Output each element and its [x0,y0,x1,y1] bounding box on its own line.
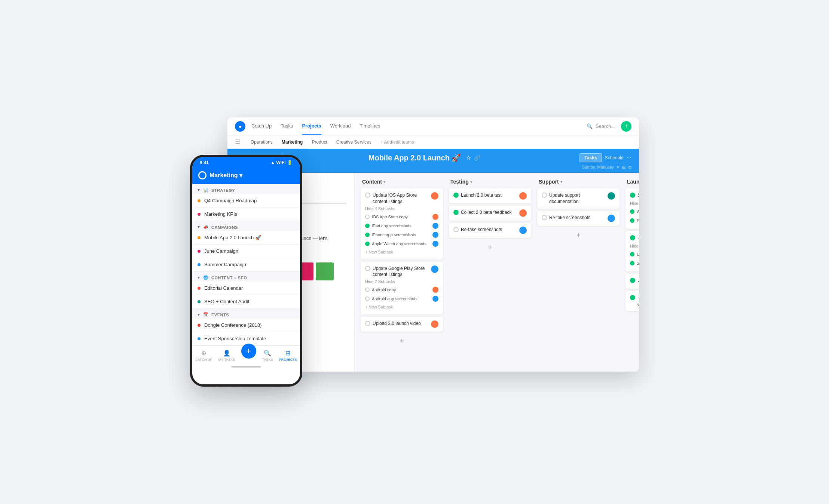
subtask-item: Apple Watch app screenshots [365,239,438,248]
phone-nav-my-tasks[interactable]: 👤 MY TASKS [218,349,235,362]
chevron-right-icon[interactable]: ▾ [198,312,200,317]
task-checkbox[interactable] [453,193,459,198]
task-checkbox[interactable] [365,193,370,198]
task-avatar [431,265,438,273]
phone-nav-tasks[interactable]: 🔍 TASKS [262,349,273,362]
view-board-icon[interactable]: ⊞ [622,165,625,170]
phone-nav-catch-up[interactable]: ⊕ CATCH UP [195,349,212,362]
list-item-mobile-app[interactable]: Mobile App 2.0 Launch 🚀 [192,231,300,245]
add-task-content[interactable]: + [361,334,443,348]
task-card-upload-video[interactable]: Upload 2.0 launch video [361,317,443,332]
phone-nav-projects[interactable]: ⊞ PROJECTS [279,349,297,362]
nav-projects[interactable]: Projects [302,118,321,135]
subtask-item: Write 2.0 launch blog copy [630,207,639,216]
add-edit-teams[interactable]: + Add/edit teams [377,137,418,147]
team-marketing[interactable]: Marketing [278,137,307,147]
hide-subtasks-a[interactable]: Hide 2 Subtasks [630,201,639,206]
sidebar-toggle[interactable]: ☰ [235,138,242,146]
chevron-right-icon[interactable]: ▾ [198,188,200,193]
section-header-campaigns: ▾ 📣 CAMPAIGNS [192,221,300,231]
hide-subtasks-1[interactable]: Hide 4 Subtasks [365,206,438,211]
tasks-icon: 🔍 [263,349,272,357]
subtask-check[interactable] [365,296,370,301]
task-checkbox[interactable] [453,227,459,232]
team-operations[interactable]: Operations [247,137,276,147]
subtask-check[interactable] [365,242,370,246]
subtask-check[interactable] [630,261,634,265]
header-actions: Tasks Schedule ··· [579,153,631,162]
nav-workload[interactable]: Workload [330,118,351,135]
tasks-view-button[interactable]: Tasks [579,153,602,162]
add-task-support[interactable]: + [537,228,620,243]
content-seo-icon: 🌐 [203,275,209,280]
task-card-google-store[interactable]: Update Google Play Store content listing… [361,262,443,315]
task-checkbox[interactable] [630,235,635,240]
task-card-journalist-outreach[interactable]: 2.0 Journalist outreach Hide 2 Subtasks … [625,231,639,271]
subtask-label: iPad app screenshots [372,224,412,228]
item-color-dot [198,337,201,340]
task-card-ios-store[interactable]: Update iOS App Store content listings Hi… [361,188,443,259]
kanban-col-support: Support ▾ Update support documentation [537,179,620,366]
task-card-social-media[interactable]: Prep social media announcements [625,291,639,311]
task-card-beta-test[interactable]: Launch 2.0 beta test [449,188,531,203]
sort-label[interactable]: Sort by: Manually [582,165,614,169]
subtask-check[interactable] [365,215,370,219]
list-item-seo-audit[interactable]: SEO + Content Audit [192,295,300,308]
task-card-update-support-docs[interactable]: Update Support docs [625,274,639,289]
add-subtask-btn[interactable]: + New Subtask [365,303,438,311]
nav-timelines[interactable]: Timelines [360,118,380,135]
team-product[interactable]: Product [308,137,331,147]
task-card-schedule-blog[interactable]: Schedule launch blog post Hide 2 Subtask… [625,188,639,229]
filter-icon[interactable]: ⧉ [628,165,631,170]
task-checkbox[interactable] [365,266,370,271]
schedule-view-button[interactable]: Schedule [605,155,624,160]
chevron-right-icon[interactable]: ▾ [198,225,200,230]
attachment-5[interactable] [316,262,334,280]
chevron-down-icon[interactable]: ▾ [239,172,242,179]
task-checkbox[interactable] [453,210,459,215]
list-item-dongle-conf[interactable]: Dongle Conference (2018) [192,319,300,332]
nav-tasks[interactable]: Tasks [281,118,293,135]
app-logo: ● [235,121,245,132]
subtask-item: iOS App Store copy [365,212,438,221]
subtask-check[interactable] [630,252,634,256]
add-button[interactable]: + [621,121,631,132]
view-list-icon[interactable]: ≡ [617,165,619,169]
list-item-summer-campaign[interactable]: Summer Campaign [192,258,300,271]
subtask-check[interactable] [630,209,634,214]
task-card-update-docs[interactable]: Update support documentation [537,188,620,209]
team-creative-services[interactable]: Creative Services [333,137,375,147]
task-checkbox[interactable] [630,295,635,300]
chevron-right-icon[interactable]: ▾ [198,275,200,280]
phone-nav-add[interactable]: + [241,349,256,362]
nav-catch-up[interactable]: Catch Up [251,118,272,135]
task-card-beta-feedback[interactable]: Collect 2.0 beta feedback [449,206,531,221]
task-checkbox[interactable] [630,193,635,198]
add-task-launch-comms[interactable]: + [625,313,639,328]
hide-subtasks-2[interactable]: Hide 2 Subtasks [365,279,438,284]
more-options-button[interactable]: ··· [627,154,631,161]
task-card-retake-screenshots[interactable]: Re-take screenshots [449,223,531,238]
task-checkbox[interactable] [630,278,635,283]
task-card-retake-screenshots-support[interactable]: Re-take screenshots [537,211,620,226]
star-icon[interactable]: ☆ [466,155,471,161]
add-subtask-btn[interactable]: + New Subtask [365,248,438,256]
subtask-check[interactable] [630,218,634,223]
add-task-testing[interactable]: + [449,240,531,255]
task-checkbox[interactable] [542,215,547,220]
subtask-check[interactable] [365,224,370,228]
section-label: CONTENT + SEO [211,276,247,280]
subtask-label: Android copy [372,288,396,292]
subtask-check[interactable] [365,288,370,292]
hide-subtasks-b[interactable]: Hide 2 Subtasks [630,244,639,248]
task-checkbox[interactable] [542,193,547,198]
list-item-event-sponsorship[interactable]: Event Sponsorship Template [192,332,300,345]
list-item-q4[interactable]: Q4 Campaign Roadmap [192,194,300,208]
task-checkbox[interactable] [365,321,370,326]
subtask-check[interactable] [365,233,370,237]
home-indicator [192,363,300,371]
list-item-june-campaign[interactable]: June Campaign [192,245,300,258]
list-item-marketing-kpis[interactable]: Marketing KPIs [192,208,300,221]
link-icon[interactable]: 🔗 [474,155,480,161]
list-item-editorial[interactable]: Editorial Calendar [192,282,300,295]
